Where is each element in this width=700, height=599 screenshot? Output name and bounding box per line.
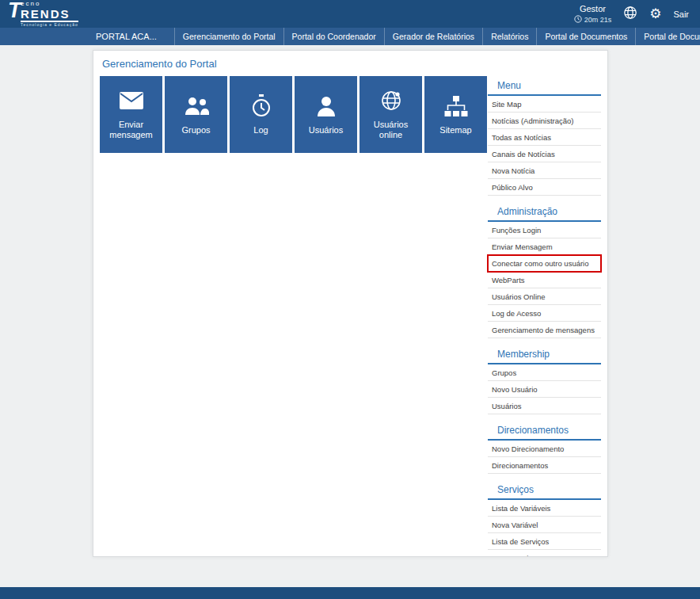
menu-item-grupos[interactable]: Grupos bbox=[488, 364, 601, 381]
tile-enviar-mensagem[interactable]: Enviar mensagem bbox=[100, 76, 162, 153]
logo[interactable]: T ecno RENDS Tecnologia e Educação bbox=[8, 1, 78, 27]
tile-label: Log bbox=[251, 125, 270, 135]
tab-relatorios[interactable]: Relatórios bbox=[482, 28, 536, 45]
sidebar-section-title-servicos: Serviços bbox=[488, 482, 601, 500]
settings-button[interactable]: ⚙ bbox=[649, 7, 661, 21]
tab-gerador-de-relatorios[interactable]: Gerador de Relatórios bbox=[384, 28, 482, 45]
logo-main-text: RENDS bbox=[21, 8, 78, 22]
user-session-block: Gestor 20m 21s bbox=[574, 4, 612, 25]
content-panel: Gerenciamento do Portal Enviar mensagem bbox=[93, 50, 608, 557]
sidebar-section-title-administracao: Administração bbox=[488, 204, 601, 222]
menu-item-enviar-mensagem[interactable]: Enviar Mensagem bbox=[488, 238, 601, 255]
menu-item-lista-de-servicos[interactable]: Lista de Serviços bbox=[488, 533, 601, 550]
tile-label: Enviar mensagem bbox=[100, 120, 162, 140]
tile-sitemap[interactable]: Sitemap bbox=[424, 76, 487, 153]
tile-label: Usuários online bbox=[360, 120, 422, 140]
user-icon bbox=[317, 94, 336, 118]
menu-item-nova-variavel[interactable]: Nova Variável bbox=[488, 517, 601, 533]
menu-item-nova-noticia[interactable]: Nova Notícia bbox=[488, 162, 601, 179]
globe-icon bbox=[623, 6, 637, 22]
logo-letter-t: T bbox=[8, 0, 21, 21]
menu-item-lista-de-variaveis[interactable]: Lista de Variáveis bbox=[488, 500, 601, 517]
menu-item-canais-de-noticias[interactable]: Canais de Notícias bbox=[488, 146, 601, 162]
portal-selector[interactable]: PORTAL ACA... bbox=[93, 28, 163, 45]
gear-icon: ⚙ bbox=[649, 7, 661, 21]
tab-portal-do-coordenador[interactable]: Portal do Coordenador bbox=[283, 28, 384, 45]
tile-usuarios[interactable]: Usuários bbox=[295, 76, 357, 153]
menu-item-todas-as-noticias[interactable]: Todas as Notícias bbox=[488, 129, 601, 146]
tab-portal-de-documen[interactable]: Portal de Documen bbox=[635, 28, 700, 45]
menu-item-novo-direcionamento[interactable]: Novo Direcionamento bbox=[488, 441, 601, 457]
menu-item-publico-alvo[interactable]: Público Alvo bbox=[488, 179, 601, 196]
sidebar-section-menu: Menu Site Map Notícias (Administração) T… bbox=[488, 78, 601, 196]
envelope-icon bbox=[120, 89, 143, 113]
menu-item-usuarios-online[interactable]: Usuários Online bbox=[488, 288, 601, 305]
nav-bar: PORTAL ACA... Gerenciamento do Portal Po… bbox=[0, 28, 700, 45]
logo-top-text: ecno bbox=[21, 1, 78, 7]
people-icon bbox=[184, 94, 209, 118]
clock-icon bbox=[574, 15, 582, 25]
menu-item-webparts[interactable]: WebParts bbox=[488, 272, 601, 288]
menu-item-conectar-como-outro-usuario[interactable]: Conectar como outro usuário bbox=[488, 255, 601, 272]
user-name: Gestor bbox=[580, 4, 606, 13]
menu-item-novo-usuario[interactable]: Novo Usuário bbox=[488, 381, 601, 398]
session-timer-value: 20m 21s bbox=[584, 16, 612, 24]
tile-grupos[interactable]: Grupos bbox=[165, 76, 227, 153]
sidebar-menu: Menu Site Map Notícias (Administração) T… bbox=[488, 76, 601, 550]
tab-portal-de-documentos[interactable]: Portal de Documentos bbox=[536, 28, 635, 45]
sidebar-section-membership: Membership Grupos Novo Usuário Usuários bbox=[488, 346, 601, 414]
stopwatch-icon bbox=[251, 94, 272, 118]
top-header: T ecno RENDS Tecnologia e Educação Gesto… bbox=[0, 0, 700, 28]
sidebar-section-title-membership: Membership bbox=[488, 346, 601, 364]
main-area: Gerenciamento do Portal Enviar mensagem bbox=[0, 45, 700, 587]
sitemap-icon bbox=[444, 94, 468, 118]
tile-label: Grupos bbox=[179, 125, 212, 135]
footer-bar bbox=[0, 587, 700, 599]
sidebar-section-administracao: Administração Funções Login Enviar Mensa… bbox=[488, 204, 601, 338]
sidebar-section-direcionamentos: Direcionamentos Novo Direcionamento Dire… bbox=[488, 422, 601, 474]
tile-grid: Enviar mensagem Grupos bbox=[100, 76, 488, 550]
tile-log[interactable]: Log bbox=[230, 76, 292, 153]
menu-item-site-map[interactable]: Site Map bbox=[488, 96, 601, 113]
globe-icon bbox=[380, 89, 402, 113]
menu-item-direcionamentos[interactable]: Direcionamentos bbox=[488, 457, 601, 474]
tab-gerenciamento-do-portal[interactable]: Gerenciamento do Portal bbox=[174, 28, 283, 45]
logout-link[interactable]: Sair bbox=[673, 10, 689, 19]
menu-item-usuarios[interactable]: Usuários bbox=[488, 398, 601, 414]
language-globe-button[interactable] bbox=[623, 6, 637, 22]
menu-item-gerenciamento-de-mensagens[interactable]: Gerenciamento de mensagens bbox=[488, 322, 601, 338]
tile-usuarios-online[interactable]: Usuários online bbox=[360, 76, 422, 153]
tile-label: Usuários bbox=[306, 125, 345, 135]
tile-label: Sitemap bbox=[437, 125, 474, 135]
menu-item-funcoes-login[interactable]: Funções Login bbox=[488, 222, 601, 238]
sidebar-section-title-menu: Menu bbox=[488, 78, 601, 96]
session-timer: 20m 21s bbox=[574, 15, 612, 25]
menu-item-novo-servico[interactable]: Novo Serviço bbox=[488, 550, 601, 557]
sidebar-section-title-direcionamentos: Direcionamentos bbox=[488, 422, 601, 441]
menu-item-noticias-administracao[interactable]: Notícias (Administração) bbox=[488, 113, 601, 129]
menu-item-log-de-acesso[interactable]: Log de Acesso bbox=[488, 305, 601, 322]
sidebar-section-servicos: Serviços Lista de Variáveis Nova Variáve… bbox=[488, 482, 601, 557]
page-title: Gerenciamento do Portal bbox=[102, 58, 601, 70]
logo-tagline: Tecnologia e Educação bbox=[21, 23, 78, 27]
